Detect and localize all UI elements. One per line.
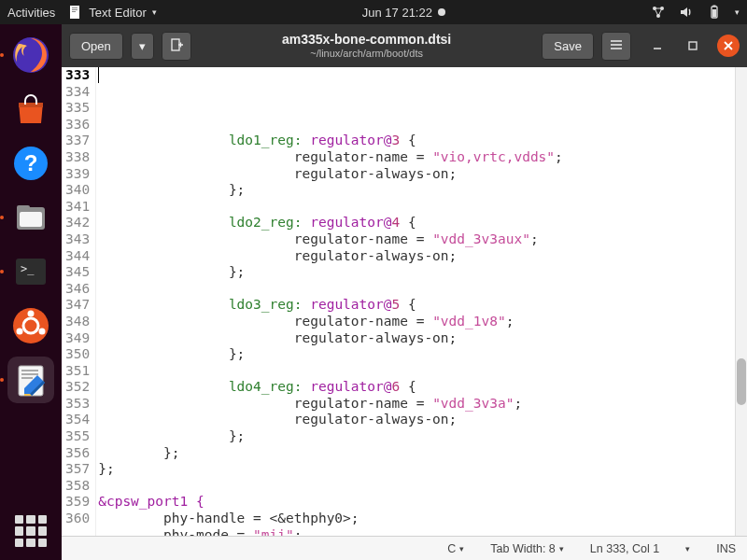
code-line[interactable]: regulator-always-on; xyxy=(98,412,747,428)
show-applications-button[interactable] xyxy=(15,515,47,547)
svg-point-21 xyxy=(28,311,35,317)
code-line[interactable]: }; xyxy=(98,428,747,445)
firefox-icon xyxy=(11,35,50,75)
new-tab-button[interactable] xyxy=(162,32,191,61)
dock-item-terminal[interactable]: >_ xyxy=(7,248,54,295)
volume-icon[interactable] xyxy=(679,5,694,20)
code-line[interactable]: phy-handle = <&ethphy0>; xyxy=(98,511,747,527)
app-menu-label: Text Editor xyxy=(89,6,146,20)
svg-rect-2 xyxy=(72,9,78,10)
line-number: 333 xyxy=(65,67,90,84)
close-icon xyxy=(723,40,734,51)
code-line[interactable]: regulator-always-on; xyxy=(98,248,747,265)
chevron-down-icon[interactable]: ▾ xyxy=(735,7,740,17)
dock-item-software[interactable] xyxy=(7,86,54,133)
code-view[interactable]: ldo1_reg: regulator@3 { regulator-name =… xyxy=(96,67,747,536)
code-line[interactable]: }; xyxy=(98,461,747,478)
dock-item-ubuntu[interactable] xyxy=(7,302,54,349)
open-button[interactable]: Open xyxy=(69,33,123,60)
hamburger-menu-button[interactable] xyxy=(601,32,631,61)
code-line[interactable]: regulator-name = "vdd_3v3a"; xyxy=(98,396,747,413)
line-number: 352 xyxy=(65,379,90,396)
code-line[interactable]: phy-mode = "mii"; xyxy=(98,527,747,536)
clock[interactable]: Jun 17 21:22 xyxy=(362,6,432,20)
position-label: Ln 333, Col 1 xyxy=(590,542,659,555)
dock-item-firefox[interactable] xyxy=(7,32,54,78)
line-number: 358 xyxy=(65,478,90,495)
svg-rect-8 xyxy=(713,6,716,7)
code-line[interactable]: regulator-name = "vdd_1v8"; xyxy=(98,314,747,330)
maximize-icon xyxy=(687,40,698,51)
code-line[interactable] xyxy=(98,199,747,216)
maximize-button[interactable] xyxy=(682,35,704,57)
line-number: 354 xyxy=(65,412,90,428)
vertical-scrollbar[interactable] xyxy=(735,67,747,536)
code-line[interactable]: }; xyxy=(98,264,747,281)
code-line[interactable]: ldo3_reg: regulator@5 { xyxy=(98,297,747,314)
scrollbar-thumb[interactable] xyxy=(737,358,746,405)
svg-rect-3 xyxy=(72,11,76,12)
network-icon[interactable] xyxy=(651,5,666,20)
line-number: 355 xyxy=(65,428,90,445)
line-number: 348 xyxy=(65,314,90,330)
gedit-icon xyxy=(11,360,50,399)
app-menu[interactable]: Text Editor ▾ xyxy=(68,5,156,20)
code-line[interactable] xyxy=(98,363,747,380)
close-button[interactable] xyxy=(717,35,740,57)
shopping-bag-icon xyxy=(11,90,50,129)
insert-label: INS xyxy=(716,542,736,555)
dock-item-files[interactable] xyxy=(7,194,54,241)
svg-rect-27 xyxy=(21,377,33,379)
line-number: 346 xyxy=(65,281,90,298)
code-line[interactable]: ldo1_reg: regulator@3 { xyxy=(98,133,747,149)
code-line[interactable]: }; xyxy=(98,346,747,363)
line-number: 338 xyxy=(65,149,90,166)
minimize-button[interactable] xyxy=(646,35,669,57)
filename-label: am335x-bone-common.dtsi xyxy=(199,33,535,47)
line-number: 344 xyxy=(65,248,90,265)
code-line[interactable]: }; xyxy=(98,445,747,462)
code-line[interactable]: regulator-always-on; xyxy=(98,166,747,183)
svg-rect-9 xyxy=(712,9,716,17)
code-line[interactable]: &cpsw_port1 { xyxy=(98,494,747,511)
line-number: 340 xyxy=(65,182,90,199)
line-number: 335 xyxy=(65,100,90,117)
svg-rect-16 xyxy=(20,212,42,227)
code-line[interactable]: regulator-always-on; xyxy=(98,330,747,347)
svg-point-23 xyxy=(39,329,46,335)
chevron-down-icon[interactable]: ▾ xyxy=(685,544,690,553)
line-number: 349 xyxy=(65,330,90,347)
code-line[interactable]: regulator-name = "vio,vrtc,vdds"; xyxy=(98,149,747,166)
dock-item-text-editor[interactable] xyxy=(7,357,54,403)
chevron-down-icon: ▾ xyxy=(139,39,146,53)
code-line[interactable]: ldo2_reg: regulator@4 { xyxy=(98,215,747,231)
dock-item-help[interactable]: ? xyxy=(7,140,54,187)
code-line[interactable] xyxy=(98,117,747,133)
line-number: 357 xyxy=(65,461,90,478)
line-number: 345 xyxy=(65,264,90,281)
code-line[interactable]: }; xyxy=(98,182,747,199)
new-document-icon xyxy=(170,38,183,51)
insert-mode[interactable]: INS xyxy=(716,542,736,555)
svg-text:>_: >_ xyxy=(21,262,35,275)
language-selector[interactable]: C ▾ xyxy=(447,542,464,555)
code-line[interactable]: regulator-name = "vdd_3v3aux"; xyxy=(98,231,747,248)
svg-rect-1 xyxy=(72,7,78,8)
activities-button[interactable]: Activities xyxy=(7,6,55,20)
gedit-window: Open ▾ am335x-bone-common.dtsi ~/linux/a… xyxy=(62,24,747,560)
svg-rect-25 xyxy=(21,370,38,371)
hamburger-icon xyxy=(610,38,623,51)
code-line[interactable] xyxy=(98,281,747,298)
editor-area[interactable]: 3333343353363373383393403413423433443453… xyxy=(62,67,747,536)
open-recent-button[interactable]: ▾ xyxy=(131,33,154,60)
battery-icon[interactable] xyxy=(707,5,722,20)
code-line[interactable] xyxy=(98,478,747,495)
line-number-gutter: 3333343353363373383393403413423433443453… xyxy=(62,67,96,536)
cursor-position[interactable]: Ln 333, Col 1 xyxy=(590,542,659,555)
minimize-icon xyxy=(652,40,663,51)
svg-rect-15 xyxy=(17,205,30,211)
code-line[interactable]: ldo4_reg: regulator@6 { xyxy=(98,379,747,396)
terminal-icon: >_ xyxy=(11,252,50,291)
tabwidth-selector[interactable]: Tab Width: 8 ▾ xyxy=(490,542,563,555)
save-button[interactable]: Save xyxy=(542,33,594,60)
